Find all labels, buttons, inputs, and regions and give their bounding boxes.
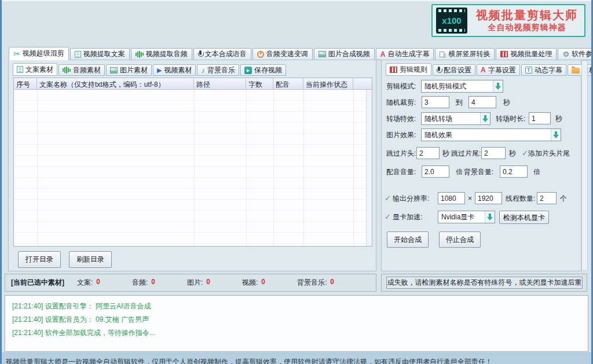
tab-batch-process[interactable]: 视频批量处理	[496, 48, 557, 60]
resolution-height-input[interactable]	[475, 192, 502, 204]
tab-text-to-speech[interactable]: 文本合成语音	[193, 48, 251, 60]
app-title: 视频批量剪辑大师	[473, 8, 581, 23]
col-path[interactable]: 路径	[194, 78, 246, 89]
threads-input[interactable]	[537, 192, 557, 204]
tab-label: 视频批量处理	[510, 49, 552, 59]
count-unit: 个	[560, 192, 567, 205]
tab-label: 横屏竖屏转换	[448, 49, 490, 59]
chevron-down-icon[interactable]	[551, 129, 561, 141]
subtitle-a-icon	[380, 51, 386, 58]
detect-gpu-button[interactable]: 检测本机显卡	[499, 211, 549, 224]
disclaimer-footer: 视频批量剪辑大师是一款视频全自动剪辑软件，仅用于个人原创视频制作，提高剪辑效率，…	[0, 352, 593, 364]
col-voice[interactable]: 配音	[273, 78, 303, 89]
selection-summary-bar: [当前已选中素材] 文案: 0 音频: 0 图片: 0 视频: 0 背景音乐: …	[5, 274, 376, 292]
col-index[interactable]: 序号	[14, 78, 37, 89]
gpu-select[interactable]: Nvidia显卡	[438, 211, 495, 223]
seconds-unit: 秒	[555, 112, 562, 125]
status-message: 合成失败，请检测素材名称是否有特殊符号，或关闭显卡加速后重试	[386, 277, 583, 289]
tab-image-material[interactable]: 图片素材	[106, 64, 152, 76]
tab-label: 配音设置	[444, 65, 471, 75]
skip-tail-label: 跳过片尾:	[451, 147, 481, 160]
image-icon	[319, 51, 326, 57]
transition-select[interactable]: 随机转场	[421, 112, 490, 125]
compose-status-box: 合成失败，请检测素材名称是否有特殊符号，或关闭显卡加速后重试	[381, 274, 587, 292]
panel-scrollbar[interactable]	[581, 60, 588, 271]
tab-image-to-video[interactable]: 图片合成视频	[314, 48, 375, 60]
tab-label: 字幕设置	[488, 65, 516, 75]
tab-audio-speed-pitch[interactable]: 音频变速变调	[252, 48, 313, 60]
chevron-down-icon[interactable]	[480, 113, 490, 124]
tab-auto-subtitle[interactable]: 自动生成字幕	[376, 48, 434, 60]
transition-duration-input[interactable]	[529, 112, 551, 124]
table-scrollbar[interactable]	[366, 90, 372, 246]
tab-settings[interactable]: 软件参数设置	[558, 48, 593, 60]
selection-audio-count: 音频: 0	[132, 278, 187, 288]
speed-gauge-icon	[257, 51, 264, 58]
tab-voice-settings[interactable]: 配音设置	[433, 64, 475, 76]
tab-subtitle-settings[interactable]: 字幕设置	[477, 64, 520, 76]
multiply-sign: ×	[468, 192, 472, 205]
tab-dynamic-subtitle[interactable]: 动态字幕	[521, 64, 566, 76]
clip-mode-select[interactable]: 随机剪辑模式	[421, 80, 503, 93]
transition-value: 随机转场	[422, 112, 480, 125]
main-tab-bar: 视频超级混剪 视频提取文案 视频提取音频 文本合成语音 音频变速变调 图片合成视…	[9, 47, 593, 60]
voice-volume-input[interactable]	[422, 166, 449, 178]
selection-video-count: 视频: 0	[242, 278, 297, 288]
tab-label: 软件参数设置	[572, 49, 593, 59]
logo-badge: x100	[442, 16, 461, 25]
skip-head-input[interactable]	[416, 147, 440, 159]
to-word: 到	[456, 96, 463, 109]
resolution-width-input[interactable]	[438, 192, 465, 204]
crop-from-input[interactable]	[422, 96, 449, 108]
tab-label: 保存视频	[254, 65, 282, 75]
tab-video-super-mix[interactable]: 视频超级混剪	[9, 47, 69, 60]
tab-label: 音频变速变调	[266, 49, 308, 59]
tab-audio-material[interactable]: 音频素材	[58, 64, 105, 76]
seconds-unit: 秒	[442, 147, 449, 160]
add-intro-outro-label: 添加片头片尾	[528, 149, 570, 157]
resolution-checkbox[interactable]	[385, 194, 391, 202]
transition-duration-label: 转场时长:	[496, 112, 525, 125]
log-area[interactable]: [21:21:40] 设置配音引擎： 阿里云AI语音合成 [21:21:40] …	[5, 295, 588, 352]
checkmark-icon	[522, 149, 528, 157]
tab-background-music[interactable]: 背景音乐	[197, 64, 239, 76]
tab-label: 视频提取文案	[83, 49, 125, 59]
selection-image-count: 图片: 0	[187, 278, 242, 288]
stop-compose-button[interactable]: 停止合成	[439, 231, 481, 248]
chevron-down-icon[interactable]	[493, 80, 503, 92]
skip-tail-input[interactable]	[481, 147, 506, 159]
col-status[interactable]: 当前操作状态	[303, 78, 353, 89]
tab-label: 音频素材	[73, 65, 101, 75]
clip-mode-value: 随机剪辑模式	[422, 80, 493, 93]
table-body	[14, 90, 366, 246]
count-value: 0	[261, 278, 265, 288]
tab-label: 剪辑规则	[400, 65, 427, 75]
start-compose-button[interactable]: 开始合成	[387, 231, 429, 248]
resolution-label: 输出分辨率:	[393, 192, 429, 205]
tab-orientation-convert[interactable]: 横屏竖屏转换	[435, 48, 495, 60]
app-logo: x100 视频批量剪辑大师 全自动视频剪辑神器	[431, 4, 585, 37]
gpu-checkbox[interactable]	[385, 213, 391, 220]
voice-volume-label: 配音音量:	[386, 166, 416, 178]
col-wordcount[interactable]: 字数	[246, 78, 273, 89]
material-panel: 文案素材 音频素材 图片素材 视频素材 背景音乐 保存视频 序号 文案名称（仅支…	[8, 60, 376, 271]
tab-text-material[interactable]: 文案素材	[13, 63, 57, 76]
tab-video-material[interactable]: 视频素材	[153, 64, 196, 76]
tab-material-directory[interactable]: 素材目录	[568, 64, 593, 76]
tab-extract-audio[interactable]: 视频提取音频	[131, 48, 192, 60]
image-effect-select[interactable]: 随机效果	[421, 128, 561, 141]
refresh-directory-button[interactable]: 刷新目录	[69, 251, 112, 268]
col-name[interactable]: 文案名称（仅支持txt格式，编码：utf-8）	[37, 78, 194, 89]
tab-extract-text[interactable]: 视频提取文案	[70, 48, 130, 60]
add-intro-outro-checkbox[interactable]: 添加片头片尾	[522, 147, 570, 160]
open-directory-button[interactable]: 打开目录	[18, 251, 61, 268]
clip-mode-label: 剪辑模式:	[386, 80, 416, 93]
save-video-icon	[244, 67, 252, 74]
bg-volume-input[interactable]	[500, 166, 528, 178]
log-line: [21:21:40] 设置配音员为： 09.艾楠 广告男声	[12, 313, 588, 326]
chevron-down-icon[interactable]	[485, 211, 495, 223]
crop-to-input[interactable]	[468, 96, 496, 108]
tab-save-video[interactable]: 保存视频	[240, 64, 286, 76]
tab-label: 图片素材	[120, 65, 148, 75]
tab-edit-rules[interactable]: 剪辑规则	[386, 63, 431, 76]
